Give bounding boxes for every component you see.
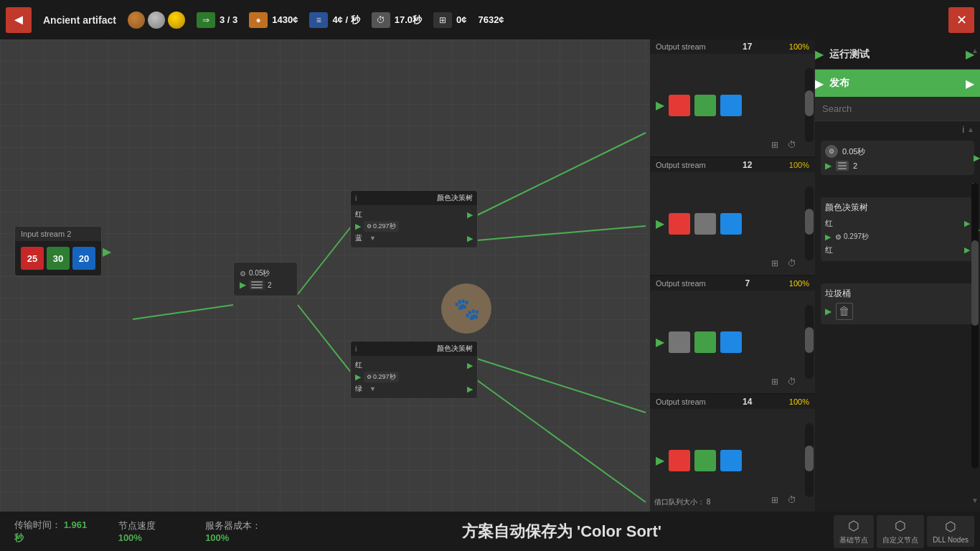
arrows-icon: ⇒ xyxy=(197,12,215,28)
output3-block-green xyxy=(694,331,716,353)
coin-icon: ● xyxy=(249,12,268,28)
color-node-top[interactable]: i 颜色决策树 红 ▶ ▶ ⚙ 0.297秒 蓝 ▼ ▶ xyxy=(350,190,478,248)
bottom-row2-dropdown[interactable]: ▼ xyxy=(369,385,376,392)
output3-layers-icon[interactable]: ⊞ xyxy=(768,375,782,389)
output3-gear-icon[interactable]: ⏱ xyxy=(785,375,799,389)
inter-speed-val: 0.05秒 xyxy=(249,268,270,278)
input-block-green: 30 xyxy=(47,247,70,270)
output-panel-1-header: Output stream 17 100% xyxy=(650,39,815,54)
queue-label: 借口队列大小： 8 xyxy=(654,497,710,507)
medal-silver xyxy=(148,11,165,29)
cd-speed-arrow: ▶ xyxy=(825,232,831,242)
svg-line-6 xyxy=(477,380,646,502)
svg-line-3 xyxy=(477,133,646,215)
medal-gold xyxy=(168,11,185,29)
input-stream-node[interactable]: Input stream 2 25 30 20 ▶ xyxy=(14,226,102,276)
speed-val: 0.297秒 xyxy=(373,222,396,231)
output1-gear-icon[interactable]: ⏱ xyxy=(785,138,799,152)
autosave-message: 方案自动保存为 'Color Sort' xyxy=(295,521,828,542)
trash-node-card[interactable]: 垃圾桶 ▶ 🗑 xyxy=(821,283,974,324)
search-bar xyxy=(815,97,980,121)
output4-scrollbar[interactable] xyxy=(805,423,814,497)
output2-block-blue xyxy=(720,213,742,235)
sidebar-scroll-up-arrow[interactable]: ▲ xyxy=(971,47,979,55)
basic-nodes-button[interactable]: ⬡ 基础节点 xyxy=(834,515,874,548)
output3-pct: 100% xyxy=(789,279,809,288)
svg-line-4 xyxy=(477,226,646,240)
scroll-up-icon[interactable]: ▲ xyxy=(967,126,974,133)
row2-dropdown[interactable]: ▼ xyxy=(369,235,376,242)
bottom-row1-label: 红 xyxy=(355,360,367,370)
output3-count: 7 xyxy=(745,278,750,288)
output2-layers-icon[interactable]: ⊞ xyxy=(768,256,782,270)
inter-list-row: ▶ 2 xyxy=(240,280,291,290)
inter-list-val: 2 xyxy=(268,281,272,289)
stat-time: ⏱ 17.0秒 xyxy=(372,12,422,28)
output4-gear-icon[interactable]: ⏱ xyxy=(785,493,799,507)
sidebar-scrollbar-thumb xyxy=(971,240,979,326)
output4-block-green xyxy=(694,450,716,471)
output2-scrollbar[interactable] xyxy=(805,187,814,260)
color-decision-node-card[interactable]: 颜色决策树 红 ▶ ▶ ⚙ 0.297秒 红 ▶ ▶ xyxy=(821,197,974,261)
list-line-1 xyxy=(838,162,847,164)
output4-icons: ⊞ ⏱ xyxy=(768,493,799,507)
output-panel-3: Output stream 7 100% ▶ ⊞ ⏱ xyxy=(650,276,815,395)
inter-node[interactable]: ⚙ 0.05秒 ▶ 2 xyxy=(233,262,298,296)
node-speed: 节点速度 100% xyxy=(118,519,176,543)
output1-scrollbar[interactable] xyxy=(805,68,814,142)
color-node-top-row2: 蓝 ▼ ▶ xyxy=(355,233,473,243)
color-node-top-header: i 颜色决策树 xyxy=(351,191,477,205)
speed-icon: ⚙ xyxy=(367,223,372,230)
input-block-red: 25 xyxy=(21,247,44,270)
publish-button[interactable]: ▶ 发布 ▶ xyxy=(815,70,980,97)
back-icon: ◄ xyxy=(11,11,26,28)
color-node-top-info: i xyxy=(355,194,357,202)
search-input[interactable] xyxy=(822,103,973,114)
exit-button[interactable]: ✕ xyxy=(948,7,974,33)
output-panel-2: Output stream 12 100% ▶ ⊞ ⏱ xyxy=(650,158,815,276)
back-button[interactable]: ◄ xyxy=(6,7,32,33)
output-panels: Output stream 17 100% ▶ ⊞ ⏱ Output strea… xyxy=(650,39,815,512)
output4-layers-icon[interactable]: ⊞ xyxy=(768,493,782,507)
output1-layers-icon[interactable]: ⊞ xyxy=(768,138,782,152)
color-node-top-speed-row: ▶ ⚙ 0.297秒 xyxy=(355,221,473,232)
sidebar-scroll-down-arrow[interactable]: ▼ xyxy=(971,496,979,504)
output2-icons: ⊞ ⏱ xyxy=(768,256,799,270)
color-decision-row1: 红 ▶ xyxy=(825,217,970,230)
output2-block-gray xyxy=(694,213,716,235)
output4-arrow: ▶ xyxy=(656,453,664,467)
sidebar-info-row-2: i xyxy=(815,178,980,194)
sidebar-scrollbar[interactable] xyxy=(971,183,979,468)
svg-line-5 xyxy=(477,359,646,413)
stat-nodes: ⊞ 0¢ xyxy=(433,12,466,28)
svg-line-0 xyxy=(133,305,233,319)
output1-block-red xyxy=(669,95,690,116)
speed-list-node-card[interactable]: ⚙ 0.05秒 ▶ 2 ▶ xyxy=(821,141,974,175)
nodes-icon: ⊞ xyxy=(433,12,452,28)
status-right: ⬡ 基础节点 ⬡ 自定义节点 ⬡ DLL Nodes xyxy=(828,515,980,548)
output2-pct: 100% xyxy=(789,161,809,169)
color-node-bottom[interactable]: i 颜色决策树 红 ▶ ▶ ⚙ 0.297秒 绿 ▼ ▶ xyxy=(350,341,478,399)
speed-val: 0.05秒 xyxy=(842,146,865,157)
cd-row2-arrow: ▶ xyxy=(964,245,970,255)
color-node-bottom-info: i xyxy=(355,345,357,353)
cd-speed-icon: ⚙ xyxy=(835,233,842,241)
color-node-top-row1: 红 ▶ xyxy=(355,209,473,220)
output1-arrow: ▶ xyxy=(656,98,664,112)
trash-body: ▶ 🗑 xyxy=(825,303,970,320)
dll-nodes-button[interactable]: ⬡ DLL Nodes xyxy=(927,516,974,547)
custom-nodes-button[interactable]: ⬡ 自定义节点 xyxy=(877,515,924,548)
output2-gear-icon[interactable]: ⏱ xyxy=(785,256,799,270)
color-decision-row2: 红 ▶ xyxy=(825,243,970,257)
bottom-bar: 传输时间： 1.961秒 节点速度 100% 服务器成本： 100% 方案自动保… xyxy=(0,512,980,551)
output3-icons: ⊞ ⏱ xyxy=(768,375,799,389)
output1-icons: ⊞ ⏱ xyxy=(768,138,799,152)
output1-block-green xyxy=(694,95,716,116)
coins-value: 1430¢ xyxy=(272,14,298,25)
basic-nodes-icon: ⬡ xyxy=(839,518,868,534)
svg-line-2 xyxy=(298,305,352,373)
input-block-blue: 20 xyxy=(72,247,95,270)
run-test-button[interactable]: ▶ 运行测试 ▶ xyxy=(815,39,980,70)
output3-scrollbar[interactable] xyxy=(805,305,814,379)
list-row: ▶ 2 xyxy=(825,161,970,171)
